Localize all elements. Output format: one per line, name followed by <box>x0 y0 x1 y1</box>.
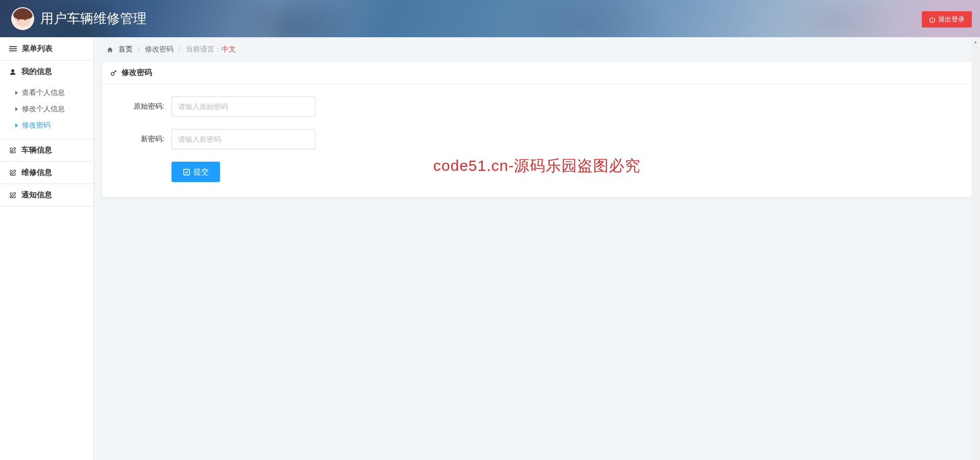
sidebar-header-label: 菜单列表 <box>22 44 53 54</box>
menu-section-notice: 通知信息 <box>0 184 93 207</box>
breadcrumb-sep: / <box>179 45 181 54</box>
avatar-face <box>15 11 31 27</box>
key-icon <box>110 69 117 76</box>
new-password-input[interactable] <box>172 129 315 149</box>
menu-section-vehicle: 车辆信息 <box>0 139 93 162</box>
menu-item-notice[interactable]: 通知信息 <box>0 184 93 206</box>
edit-icon <box>9 192 16 199</box>
menu-label: 我的信息 <box>21 67 52 76</box>
svg-rect-2 <box>9 48 17 49</box>
panel-body: 原始密码: 新密码: 提交 <box>102 84 972 197</box>
submit-button[interactable]: 提交 <box>172 162 220 182</box>
menu-item-myinfo[interactable]: 我的信息 <box>0 61 93 83</box>
new-password-label: 新密码: <box>114 135 172 144</box>
logout-label: 退出登录 <box>938 15 965 24</box>
app-header: 用户车辆维修管理 退出登录 <box>0 0 980 37</box>
form-actions: 提交 <box>114 162 960 182</box>
content: 首页 / 修改密码 / 当前语言：中文 修改密码 原始密码: 新密 <box>94 37 980 460</box>
sidebar-item-change-password[interactable]: 修改密码 <box>0 117 93 134</box>
breadcrumb: 首页 / 修改密码 / 当前语言：中文 <box>102 45 972 61</box>
form-row-new-password: 新密码: <box>114 129 960 149</box>
old-password-input[interactable] <box>172 96 315 117</box>
lang-value[interactable]: 中文 <box>222 45 236 53</box>
old-password-label: 原始密码: <box>114 102 172 111</box>
submenu-myinfo: 查看个人信息 修改个人信息 修改密码 <box>0 83 93 139</box>
menu-section-myinfo: 我的信息 查看个人信息 修改个人信息 修改密码 <box>0 61 93 139</box>
scrollbar[interactable]: ▴ <box>971 37 980 460</box>
sidebar: 菜单列表 我的信息 查看个人信息 修改个人信息 <box>0 37 94 460</box>
power-icon <box>929 16 936 23</box>
menu-section-repair: 维修信息 <box>0 162 93 184</box>
sidebar-item-label: 查看个人信息 <box>22 88 65 97</box>
caret-right-icon <box>15 91 18 95</box>
user-icon <box>9 68 16 75</box>
scroll-up-icon[interactable]: ▴ <box>971 37 980 46</box>
lang-prefix: 当前语言： <box>186 45 222 53</box>
sidebar-item-view-profile[interactable]: 查看个人信息 <box>0 85 93 101</box>
menu-label: 维修信息 <box>21 168 52 177</box>
edit-icon <box>9 147 16 154</box>
breadcrumb-current: 修改密码 <box>145 45 174 54</box>
check-square-icon <box>183 168 190 176</box>
caret-right-icon <box>15 107 18 111</box>
avatar[interactable] <box>11 7 34 30</box>
edit-icon <box>9 169 16 176</box>
logout-button[interactable]: 退出登录 <box>922 11 972 28</box>
panel-change-password: 修改密码 原始密码: 新密码: 提交 <box>102 61 972 198</box>
caret-right-icon <box>15 123 18 127</box>
app-title: 用户车辆维修管理 <box>40 10 146 28</box>
breadcrumb-home[interactable]: 首页 <box>118 45 133 54</box>
panel-header: 修改密码 <box>102 62 972 84</box>
menu-item-vehicle[interactable]: 车辆信息 <box>0 139 93 161</box>
sidebar-item-edit-profile[interactable]: 修改个人信息 <box>0 101 93 117</box>
layout: 菜单列表 我的信息 查看个人信息 修改个人信息 <box>0 37 980 460</box>
menu-item-repair[interactable]: 维修信息 <box>0 162 93 184</box>
panel-title: 修改密码 <box>121 68 152 78</box>
sidebar-item-label: 修改个人信息 <box>22 105 65 114</box>
svg-rect-1 <box>9 46 17 47</box>
menu-label: 车辆信息 <box>21 145 52 155</box>
form-row-old-password: 原始密码: <box>114 96 960 117</box>
svg-rect-3 <box>9 50 17 52</box>
submit-label: 提交 <box>193 167 209 177</box>
breadcrumb-lang-label: 当前语言：中文 <box>186 45 236 54</box>
home-icon <box>107 46 113 53</box>
menu-icon <box>9 45 17 53</box>
menu-label: 通知信息 <box>21 190 52 200</box>
sidebar-header[interactable]: 菜单列表 <box>0 37 93 61</box>
breadcrumb-sep: / <box>138 45 140 54</box>
sidebar-item-label: 修改密码 <box>22 121 51 130</box>
svg-point-4 <box>11 69 14 72</box>
